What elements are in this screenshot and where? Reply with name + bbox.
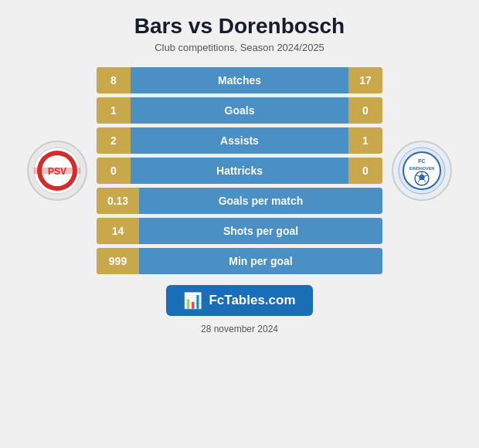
goals-per-match-value: 0.13: [97, 188, 139, 214]
shots-per-goal-bar: Shots per goal: [139, 218, 382, 244]
matches-label: Matches: [218, 74, 261, 87]
team-logo-left: PSV: [22, 141, 92, 201]
matches-left-value: 8: [97, 67, 131, 93]
assists-bar: Assists: [131, 127, 348, 154]
stats-container: 8 Matches 17 1 Goals 0 2 Assists: [97, 67, 382, 274]
hattricks-label: Hattricks: [216, 165, 263, 177]
svg-text:EINDHOVEN: EINDHOVEN: [409, 166, 435, 171]
stat-row-min-per-goal: 999 Min per goal: [97, 248, 382, 274]
goals-left-value: 1: [97, 97, 131, 124]
date-footer: 28 november 2024: [201, 324, 278, 334]
svg-rect-4: [34, 168, 80, 174]
goals-per-match-bar: Goals per match: [139, 188, 382, 214]
matches-bar: Matches: [131, 67, 348, 93]
min-per-goal-label: Min per goal: [229, 255, 292, 267]
stat-row-goals-per-match: 0.13 Goals per match: [97, 188, 382, 214]
hattricks-bar: Hattricks: [131, 158, 348, 184]
fctables-icon: 📊: [183, 291, 202, 310]
assists-right-value: 1: [348, 127, 382, 154]
page-container: Bars vs Dorenbosch Club competitions, Se…: [0, 0, 479, 448]
team-logo-right: FC EINDHOVEN: [387, 141, 457, 201]
stat-row-assists: 2 Assists 1: [97, 127, 382, 154]
shots-per-goal-value: 14: [97, 218, 139, 244]
min-per-goal-bar: Min per goal: [139, 248, 382, 274]
svg-text:FC: FC: [418, 158, 425, 164]
hattricks-left-value: 0: [97, 158, 131, 184]
fce-logo: FC EINDHOVEN: [392, 141, 452, 201]
goals-label: Goals: [225, 104, 255, 117]
fctables-banner[interactable]: 📊 FcTables.com: [166, 285, 312, 316]
assists-left-value: 2: [97, 127, 131, 154]
matches-right-value: 17: [348, 67, 382, 93]
goals-bar: Goals: [131, 97, 348, 124]
hattricks-right-value: 0: [348, 158, 382, 184]
stat-row-matches: 8 Matches 17: [97, 67, 382, 93]
fctables-label: FcTables.com: [209, 293, 295, 308]
min-per-goal-value: 999: [97, 248, 139, 274]
stat-row-goals: 1 Goals 0: [97, 97, 382, 124]
stat-row-hattricks: 0 Hattricks 0: [97, 158, 382, 184]
shots-per-goal-label: Shots per goal: [223, 225, 298, 237]
stat-row-shots-per-goal: 14 Shots per goal: [97, 218, 382, 244]
goals-right-value: 0: [348, 97, 382, 124]
assists-label: Assists: [220, 134, 259, 147]
psv-logo: PSV: [27, 141, 87, 201]
goals-per-match-label: Goals per match: [219, 195, 304, 207]
subtitle: Club competitions, Season 2024/2025: [155, 42, 324, 53]
page-title: Bars vs Dorenbosch: [134, 14, 345, 39]
main-content: PSV 8 Matches 17 1 Goals: [8, 67, 471, 274]
